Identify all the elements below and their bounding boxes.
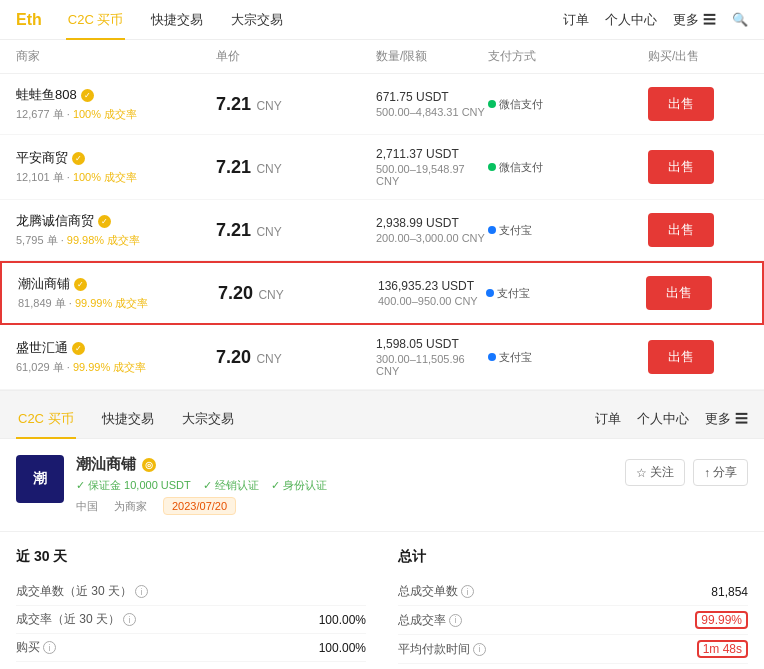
- payment-method: 支付宝: [488, 350, 532, 365]
- sell-button[interactable]: 出售: [648, 87, 714, 121]
- total-stat-value: 99.99%: [695, 611, 748, 629]
- bottom-tab-block[interactable]: 大宗交易: [180, 399, 236, 439]
- col-qty: 数量/限额: [376, 48, 488, 65]
- merchant-tag-dealer: 经销认证: [203, 478, 259, 493]
- nav-account[interactable]: 个人中心: [605, 11, 657, 29]
- payment-dot: [486, 289, 494, 297]
- seller-stats: 12,101 单 · 100% 成交率: [16, 170, 216, 185]
- recent-stat-row: 成交单数（近 30 天） i: [16, 578, 366, 606]
- recent-stat-value: 100.00%: [319, 613, 366, 627]
- seller-verified-icon: ✓: [98, 215, 111, 228]
- qty-amount: 2,938.99 USDT: [376, 216, 488, 230]
- merchant-tags: 保证金 10,000 USDT 经销认证 身份认证: [76, 478, 613, 493]
- qty-cell: 671.75 USDT 500.00–4,843.31 CNY: [376, 90, 488, 118]
- table-row: 平安商贸 ✓ 12,101 单 · 100% 成交率 7.21 CNY 2,71…: [0, 135, 764, 200]
- sell-button[interactable]: 出售: [648, 340, 714, 374]
- qty-amount: 136,935.23 USDT: [378, 279, 486, 293]
- qty-cell: 2,711.37 USDT 500.00–19,548.97 CNY: [376, 147, 488, 187]
- payment-method: 支付宝: [486, 286, 530, 301]
- tab-block-trade[interactable]: 大宗交易: [229, 0, 285, 40]
- recent-stats-rows: 成交单数（近 30 天） i 成交率（近 30 天） i 100.00% 购买 …: [16, 578, 366, 669]
- qty-limit: 500.00–19,548.97 CNY: [376, 163, 488, 187]
- price-currency: CNY: [256, 99, 281, 113]
- col-price: 单价: [216, 48, 376, 65]
- follow-label: 关注: [650, 464, 674, 481]
- top-nav-bar: Eth C2C 买币 快捷交易 大宗交易 订单 个人中心 更多 ☰ 🔍: [0, 0, 764, 40]
- qty-amount: 1,598.05 USDT: [376, 337, 488, 351]
- col-payment: 支付方式: [488, 48, 648, 65]
- info-icon[interactable]: i: [449, 614, 462, 627]
- price-value: 7.20: [216, 347, 251, 367]
- col-merchant: 商家: [16, 48, 216, 65]
- total-stat-row: 总成交率 i 99.99%: [398, 606, 748, 635]
- bottom-nav-bar: C2C 买币 快捷交易 大宗交易 订单 个人中心 更多 ☰: [0, 399, 764, 439]
- payment-label: 支付宝: [499, 223, 532, 238]
- recent-stat-label: 成交单数（近 30 天） i: [16, 583, 148, 600]
- table-row: 盛世汇通 ✓ 61,029 单 · 99.99% 成交率 7.20 CNY 1,…: [0, 325, 764, 390]
- payment-dot: [488, 100, 496, 108]
- payment-label: 支付宝: [499, 350, 532, 365]
- sell-button[interactable]: 出售: [648, 213, 714, 247]
- seller-verified-icon: ✓: [81, 89, 94, 102]
- seller-cell: 龙腾诚信商贸 ✓ 5,795 单 · 99.98% 成交率: [16, 212, 216, 248]
- tab-quick-trade[interactable]: 快捷交易: [149, 0, 205, 40]
- merchant-verified-icon: ◎: [142, 458, 156, 472]
- payment-cell: 微信支付: [488, 97, 648, 112]
- seller-cell: 平安商贸 ✓ 12,101 单 · 100% 成交率: [16, 149, 216, 185]
- tab-c2c-buy[interactable]: C2C 买币: [66, 0, 126, 40]
- sell-button[interactable]: 出售: [646, 276, 712, 310]
- share-label: 分享: [713, 464, 737, 481]
- qty-limit: 500.00–4,843.31 CNY: [376, 106, 488, 118]
- price-cell: 7.20 CNY: [216, 347, 376, 368]
- info-icon[interactable]: i: [473, 643, 486, 656]
- nav-orders[interactable]: 订单: [563, 11, 589, 29]
- recent-stats: 近 30 天 成交单数（近 30 天） i 成交率（近 30 天） i 100.…: [16, 548, 366, 669]
- bottom-tab-c2c[interactable]: C2C 买币: [16, 399, 76, 439]
- top-section: Eth C2C 买币 快捷交易 大宗交易 订单 个人中心 更多 ☰ 🔍 商家 单…: [0, 0, 764, 391]
- seller-name: 蛙蛙鱼808 ✓: [16, 86, 216, 104]
- payment-method: 微信支付: [488, 160, 543, 175]
- seller-stats: 12,677 单 · 100% 成交率: [16, 107, 216, 122]
- bottom-tab-quick[interactable]: 快捷交易: [100, 399, 156, 439]
- info-icon[interactable]: i: [135, 585, 148, 598]
- total-stat-value: 81,854: [711, 585, 748, 599]
- bottom-nav-more[interactable]: 更多 ☰: [705, 410, 748, 428]
- seller-cell: 潮汕商铺 ✓ 81,849 单 · 99.99% 成交率: [18, 275, 218, 311]
- price-cell: 7.21 CNY: [216, 157, 376, 178]
- table-row: 潮汕商铺 ✓ 81,849 单 · 99.99% 成交率 7.20 CNY 13…: [0, 261, 764, 325]
- star-icon: ☆: [636, 466, 647, 480]
- seller-verified-icon: ✓: [72, 342, 85, 355]
- info-icon[interactable]: i: [123, 613, 136, 626]
- merchant-country: 中国: [76, 499, 98, 514]
- payment-cell: 支付宝: [488, 350, 648, 365]
- payment-label: 支付宝: [497, 286, 530, 301]
- sell-button[interactable]: 出售: [648, 150, 714, 184]
- merchant-name-row: 潮汕商铺 ◎: [76, 455, 613, 474]
- recent-stat-row: 成交率（近 30 天） i 100.00%: [16, 606, 366, 634]
- total-stat-row: 平均放币时间 i 0m 28s: [398, 664, 748, 669]
- bottom-nav-right: 订单 个人中心 更多 ☰: [595, 410, 748, 428]
- seller-name: 潮汕商铺 ✓: [18, 275, 218, 293]
- price-cell: 7.20 CNY: [218, 283, 378, 304]
- seller-cell: 蛙蛙鱼808 ✓ 12,677 单 · 100% 成交率: [16, 86, 216, 122]
- merchant-tag-id: 身份认证: [271, 478, 327, 493]
- qty-cell: 2,938.99 USDT 200.00–3,000.00 CNY: [376, 216, 488, 244]
- bottom-nav-tabs: C2C 买币 快捷交易 大宗交易: [16, 399, 595, 439]
- bottom-nav-account[interactable]: 个人中心: [637, 410, 689, 428]
- payment-cell: 支付宝: [488, 223, 648, 238]
- total-stat-row: 总成交单数 i 81,854: [398, 578, 748, 606]
- nav-search[interactable]: 🔍: [732, 12, 748, 27]
- info-icon[interactable]: i: [461, 585, 474, 598]
- merchant-meta: 中国 为商家 2023/07/20: [76, 497, 613, 515]
- qty-limit: 400.00–950.00 CNY: [378, 295, 486, 307]
- seller-name: 平安商贸 ✓: [16, 149, 216, 167]
- top-nav-tabs: C2C 买币 快捷交易 大宗交易: [66, 0, 564, 40]
- price-cell: 7.21 CNY: [216, 220, 376, 241]
- bottom-nav-orders[interactable]: 订单: [595, 410, 621, 428]
- info-icon[interactable]: i: [43, 641, 56, 654]
- action-cell: 出售: [648, 213, 748, 247]
- nav-more[interactable]: 更多 ☰: [673, 11, 716, 29]
- follow-button[interactable]: ☆ 关注: [625, 459, 685, 486]
- share-button[interactable]: ↑ 分享: [693, 459, 748, 486]
- payment-dot: [488, 353, 496, 361]
